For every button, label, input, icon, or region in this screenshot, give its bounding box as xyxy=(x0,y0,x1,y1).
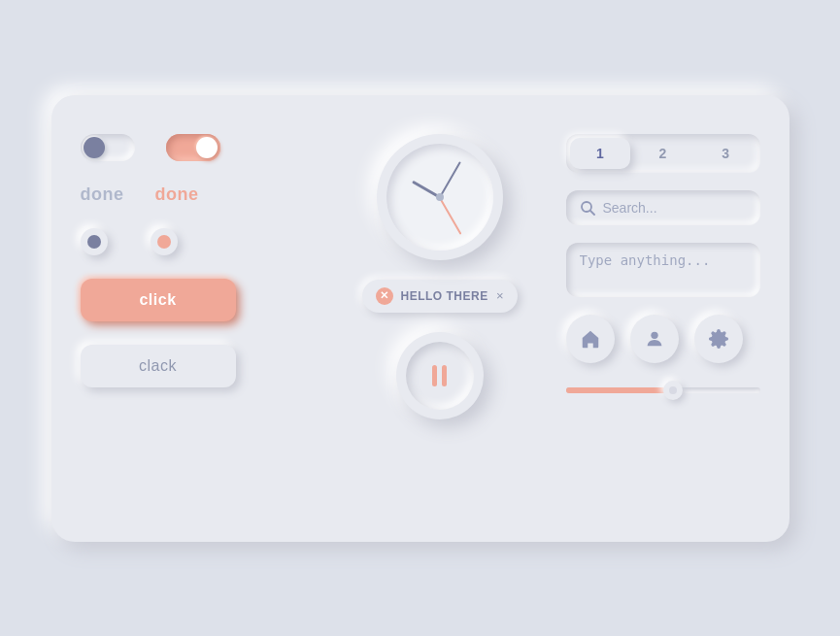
radio-row xyxy=(81,228,314,255)
play-pause-button[interactable] xyxy=(396,332,484,419)
segment-3[interactable]: 3 xyxy=(695,138,756,169)
right-column: 1 2 3 xyxy=(547,124,760,513)
toggle-off[interactable] xyxy=(81,134,135,161)
clock-face xyxy=(386,144,493,251)
second-hand xyxy=(439,196,461,234)
toggles-row xyxy=(81,134,314,161)
pause-icon xyxy=(432,365,447,386)
search-bar xyxy=(566,190,760,225)
user-button[interactable] xyxy=(630,315,679,363)
home-button[interactable] xyxy=(566,315,615,363)
play-pause-inner xyxy=(406,342,474,410)
svg-line-1 xyxy=(590,211,594,215)
svg-point-2 xyxy=(651,331,657,338)
clack-button[interactable]: clack xyxy=(81,345,236,387)
done-row: done done xyxy=(81,184,314,205)
main-card: done done click clack xyxy=(51,95,790,542)
clock-center xyxy=(436,193,444,201)
done-label-inactive: done xyxy=(81,184,124,205)
slider[interactable] xyxy=(566,381,760,400)
notif-icon: ✕ xyxy=(376,287,393,305)
click-button[interactable]: click xyxy=(81,279,236,321)
home-icon xyxy=(580,328,601,350)
user-icon xyxy=(644,328,665,350)
gear-icon xyxy=(708,328,729,350)
slider-fill xyxy=(566,387,673,393)
textarea-wrap xyxy=(566,243,760,297)
notif-text: HELLO THERE xyxy=(401,289,488,303)
segment-2[interactable]: 2 xyxy=(632,138,693,169)
radio-on[interactable] xyxy=(151,228,178,255)
done-label-active: done xyxy=(155,184,199,205)
icon-buttons-row xyxy=(566,315,760,363)
minute-hand xyxy=(439,161,461,197)
middle-column: ✕ HELLO THERE × xyxy=(333,124,547,513)
slider-thumb[interactable] xyxy=(663,381,683,400)
left-column: done done click clack xyxy=(81,124,333,513)
notif-close-button[interactable]: × xyxy=(496,288,504,303)
textarea-input[interactable] xyxy=(580,252,747,284)
segmented-control: 1 2 3 xyxy=(566,134,760,173)
segment-1[interactable]: 1 xyxy=(570,138,631,169)
search-input[interactable] xyxy=(603,200,747,216)
toggle-on[interactable] xyxy=(166,134,220,161)
slider-track xyxy=(566,387,760,393)
settings-button[interactable] xyxy=(694,315,743,363)
analog-clock xyxy=(377,134,503,260)
radio-off[interactable] xyxy=(81,228,108,255)
notification-tag: ✕ HELLO THERE × xyxy=(362,280,518,313)
search-icon xyxy=(580,200,595,216)
